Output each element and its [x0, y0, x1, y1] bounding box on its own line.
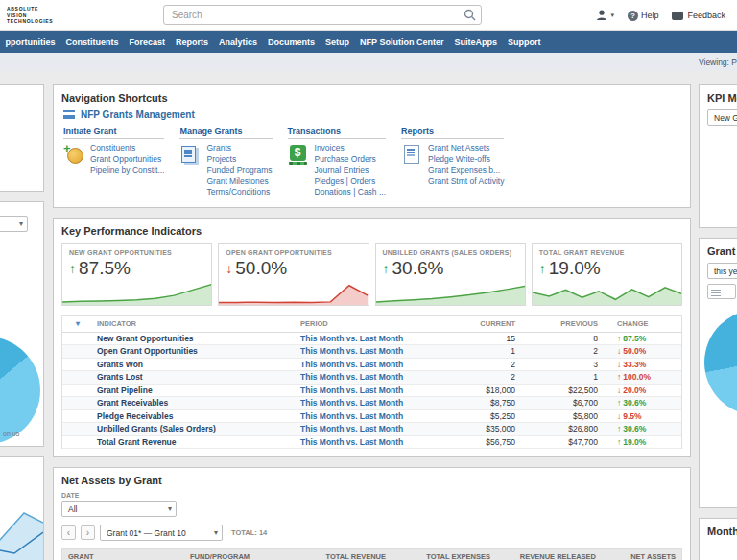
shortcut-link[interactable]: Grant Expenses b... — [428, 165, 504, 175]
period-link[interactable]: This Month vs. Last Month — [300, 411, 465, 421]
shortcut-link[interactable]: Grant Stmt of Activity — [428, 176, 504, 187]
documents-icon — [179, 143, 201, 166]
date-range-select[interactable]: this yea — [707, 263, 737, 279]
kpi-label: UNBILLED GRANTS (SALES ORDERS) — [383, 249, 518, 256]
mini-area-chart — [0, 484, 43, 560]
viewing-bar: Viewing: P — [0, 53, 737, 71]
period-link[interactable]: This Month vs. Last Month — [300, 385, 465, 395]
shortcut-link[interactable]: Donations | Cash ... — [315, 187, 387, 198]
feedback-label: Feedback — [687, 11, 725, 20]
period-link[interactable]: This Month vs. Last Month — [300, 334, 465, 343]
company-logo: ABSOLUTE VISION TECHNOLOGIES — [7, 6, 53, 25]
change-value: ↑87.5% — [606, 334, 681, 343]
kpi-label: TOTAL GRANT REVENUE — [539, 249, 675, 256]
feedback-button[interactable]: Feedback — [672, 11, 725, 20]
kpi-panel: Key Performance Indicators NEW GRANT OPP… — [53, 218, 691, 458]
period-link[interactable]: This Month vs. Last Month — [300, 437, 465, 447]
trend-arrow-icon: ↑ — [69, 261, 76, 276]
indicator-name: Total Grant Revenue — [93, 437, 300, 447]
kpi-card[interactable]: OPEN GRANT OPPORTUNITIES ↓ 50.0% — [218, 243, 368, 306]
net-assets-controls: DATE All ‹ › Grant 01* — Grant 10 TOTAL:… — [54, 492, 690, 541]
period-link[interactable]: This Month vs. Last Month — [300, 346, 465, 356]
kpi-table-row: Grant Receivables This Month vs. Last Mo… — [62, 397, 681, 410]
main-nav: pportunitiesConstituentsForecastReportsA… — [0, 31, 737, 53]
panel-title: Navigation Shortcuts — [54, 85, 690, 107]
kpi-value: ↑ 19.0% — [539, 258, 675, 279]
kpi-table-row: Grant Pipeline This Month vs. Last Month… — [62, 385, 681, 398]
nav-item[interactable]: Documents — [263, 37, 321, 47]
kpi-percent: 87.5% — [79, 258, 131, 279]
next-page-button[interactable]: › — [81, 525, 95, 540]
role-switcher[interactable]: ▾ — [596, 10, 614, 21]
shortcut-link[interactable]: Journal Entries — [315, 165, 387, 175]
left-panel-select[interactable] — [0, 216, 28, 232]
nav-item[interactable]: Forecast — [124, 37, 171, 47]
date-filter-select[interactable]: All — [61, 501, 177, 517]
left-panel-top — [0, 84, 44, 192]
nav-item[interactable]: Analytics — [214, 37, 263, 47]
shortcut-link[interactable]: Funded Programs — [206, 165, 272, 175]
search-input[interactable] — [163, 5, 482, 25]
shortcut-link[interactable]: Pledges | Orders — [315, 176, 387, 187]
trend-arrow-icon: ↑ — [617, 334, 621, 343]
menu-icon[interactable] — [63, 110, 75, 119]
date-filter-label: DATE — [61, 492, 682, 499]
shortcut-link[interactable]: Purchase Orders — [315, 154, 387, 165]
report-icon — [401, 143, 422, 166]
nav-item[interactable]: NFP Solution Center — [355, 37, 449, 47]
header-actions: ▾ ? Help Feedback — [596, 0, 725, 31]
shortcut-link[interactable]: Grants — [206, 143, 272, 153]
period-link[interactable]: This Month vs. Last Month — [300, 372, 465, 382]
shortcut-link[interactable]: Projects — [206, 154, 272, 165]
top-header: ABSOLUTE VISION TECHNOLOGIES ▾ ? Help — [0, 0, 737, 31]
shortcut-link[interactable]: Pipeline by Constit... — [90, 165, 164, 175]
nav-item[interactable]: pportunities — [0, 37, 60, 47]
nav-item[interactable]: Reports — [171, 37, 214, 47]
shortcut-link[interactable]: Grant Milestones — [206, 176, 272, 187]
monthly-panel: Month — [699, 518, 737, 560]
kpi-meter-select[interactable]: New Gr — [707, 109, 737, 126]
grant-range-select[interactable]: Grant 01* — Grant 10 — [100, 525, 223, 541]
search-icon[interactable] — [464, 9, 476, 21]
viewing-label: Viewing: P — [699, 58, 737, 67]
kpi-meter-panel: KPI Me New Gr — [699, 84, 737, 228]
prev-page-button[interactable]: ‹ — [61, 525, 76, 540]
nav-item[interactable]: Setup — [321, 37, 355, 47]
previous-value: $5,800 — [523, 411, 606, 421]
current-value: 2 — [465, 360, 523, 369]
indicator-name: Grant Receivables — [93, 398, 300, 408]
kpi-label: OPEN GRANT OPPORTUNITIES — [226, 249, 361, 256]
change-value: ↓20.0% — [606, 385, 681, 395]
nav-item[interactable]: SuiteApps — [449, 37, 503, 47]
nav-item[interactable]: Constituents — [60, 37, 124, 47]
change-value: ↑100.0% — [606, 372, 681, 382]
chart-type-select[interactable] — [707, 284, 736, 299]
shortcut-link[interactable]: Invoices — [315, 143, 387, 153]
nfp-menu-link[interactable]: NFP Grants Management — [81, 109, 195, 120]
col-header-grant: GRANT — [62, 552, 184, 560]
help-button[interactable]: ? Help — [628, 11, 659, 21]
indicator-name: Grant Pipeline — [93, 385, 300, 395]
shortcut-link[interactable]: Grant Opportunities — [90, 154, 164, 165]
shortcut-link[interactable]: Terms/Conditions — [206, 187, 272, 198]
col-header-previous: PREVIOUS — [523, 319, 606, 328]
previous-value: 2 — [523, 346, 606, 356]
shortcut-link[interactable]: Constituents — [90, 143, 164, 153]
period-link[interactable]: This Month vs. Last Month — [300, 424, 465, 433]
nav-item[interactable]: Support — [502, 37, 546, 47]
trend-arrow-icon: ↑ — [383, 261, 390, 276]
change-value: ↓50.0% — [606, 346, 681, 356]
shortcut-link[interactable]: Pledge Write-offs — [428, 154, 504, 165]
period-link[interactable]: This Month vs. Last Month — [300, 398, 465, 408]
kpi-card[interactable]: UNBILLED GRANTS (SALES ORDERS) ↑ 30.6% — [375, 243, 526, 306]
kpi-card[interactable]: NEW GRANT OPPORTUNITIES ↑ 87.5% — [61, 243, 212, 306]
table-menu-caret-icon[interactable]: ▾ — [62, 319, 93, 328]
current-value: $5,250 — [465, 411, 523, 421]
help-icon: ? — [628, 11, 638, 21]
period-link[interactable]: This Month vs. Last Month — [300, 360, 465, 369]
col-header-change: CHANGE — [606, 319, 681, 328]
shortcut-link[interactable]: Grant Net Assets — [428, 143, 504, 153]
trend-arrow-icon: ↑ — [617, 437, 621, 447]
kpi-card[interactable]: TOTAL GRANT REVENUE ↑ 19.0% — [532, 243, 682, 306]
current-value: 1 — [465, 346, 523, 356]
